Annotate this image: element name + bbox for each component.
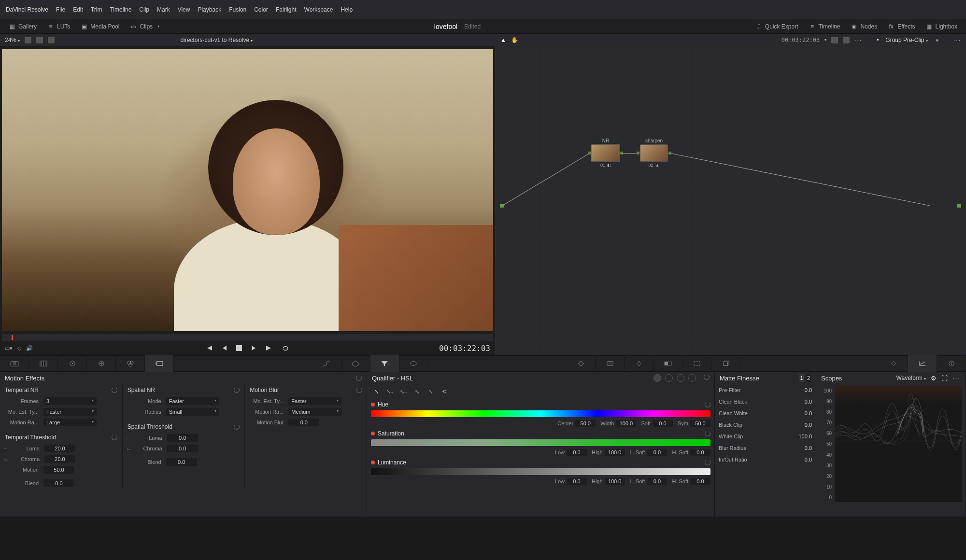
color-picker-icon[interactable] (831, 37, 838, 43)
playhead-icon[interactable] (12, 335, 13, 340)
timeline-selector[interactable]: directors-cut-v1 to Resolve ▾ (180, 37, 253, 43)
prev-frame-icon[interactable] (222, 345, 227, 351)
menu-help[interactable]: Help (341, 6, 353, 13)
link-icon[interactable]: ⌙ (127, 446, 133, 452)
mf-param-value[interactable]: 0.0 (805, 457, 812, 462)
palette-info[interactable] (937, 355, 966, 372)
reset-icon[interactable] (356, 375, 362, 381)
hue-gradient[interactable] (371, 410, 710, 417)
palette-window[interactable] (399, 355, 428, 372)
radius-dropdown[interactable]: Small (166, 408, 219, 416)
mf-param-value[interactable]: 0.0 (805, 399, 812, 405)
graph-output-icon[interactable] (957, 204, 961, 208)
reset-icon[interactable] (705, 402, 710, 407)
play-icon[interactable] (251, 345, 256, 351)
link-icon[interactable]: ⌐ (127, 435, 133, 441)
viewer-zoom[interactable]: 24% ▾ (5, 37, 20, 43)
luma-value[interactable]: 20.0 (44, 445, 75, 452)
luminance-gradient[interactable] (371, 468, 710, 475)
sat-lsoft[interactable]: 0.0 (647, 449, 667, 456)
expand-icon[interactable] (843, 37, 850, 43)
reset-icon[interactable] (705, 460, 710, 465)
palette-blur[interactable] (625, 355, 653, 372)
sat-low[interactable]: 0.0 (567, 449, 587, 456)
motion-value[interactable]: 50.0 (43, 466, 74, 474)
palette-hdr[interactable] (87, 355, 116, 372)
view-mode-icon[interactable] (36, 37, 43, 43)
menu-color[interactable]: Color (254, 6, 268, 13)
palette-scopes[interactable] (908, 355, 937, 372)
scrub-bar[interactable] (2, 334, 493, 341)
hue-sym[interactable]: 50.0 (690, 420, 710, 427)
palette-curves[interactable] (313, 355, 341, 372)
qualifier-mode-3d-icon[interactable] (688, 374, 696, 382)
reset-icon[interactable] (704, 374, 710, 380)
media-pool-button[interactable]: ▣Media Pool (77, 21, 123, 32)
pointer-tool-icon[interactable]: ▲ (500, 37, 506, 43)
mode-dropdown[interactable]: Faster (166, 397, 219, 405)
sat-hsoft[interactable]: 0.0 (690, 449, 710, 456)
soft-add-icon[interactable]: ⤡ (412, 387, 421, 396)
node-mode-selector[interactable]: Group Pre-Clip ▾ (885, 37, 927, 43)
palette-magic-mask[interactable] (596, 355, 625, 372)
enable-dot-icon[interactable] (371, 432, 375, 435)
eyedropper-add-icon[interactable]: ⤡₊ (385, 387, 394, 396)
node-nr[interactable]: NR 01◐ (592, 138, 620, 168)
gallery-button[interactable]: ▦Gallery (5, 21, 41, 32)
nodes-button[interactable]: ◉Nodes (847, 21, 881, 32)
menu-playback[interactable]: Playback (198, 6, 221, 13)
qualifier-mode-hsl-icon[interactable] (653, 374, 661, 382)
mf-tab-2[interactable]: 2 (806, 374, 811, 382)
scope-mode-dropdown[interactable]: Waveform ▾ (896, 375, 926, 381)
graph-input-icon[interactable] (500, 204, 504, 208)
audio-icon[interactable]: 🔊 (26, 345, 33, 351)
saturation-gradient[interactable] (371, 439, 710, 446)
enable-dot-icon[interactable] (371, 461, 375, 464)
lum-low[interactable]: 0.0 (567, 478, 587, 485)
palette-color-wheels[interactable] (58, 355, 87, 372)
reset-icon[interactable] (356, 387, 362, 393)
lum-lsoft[interactable]: 0.0 (647, 478, 667, 485)
first-frame-icon[interactable] (205, 345, 213, 351)
invert-icon[interactable]: ⟲ (440, 387, 448, 396)
menu-fusion[interactable]: Fusion (229, 6, 246, 13)
last-frame-icon[interactable] (265, 345, 273, 351)
luts-button[interactable]: ≡LUTs (43, 21, 74, 32)
menu-mark[interactable]: Mark (157, 6, 170, 13)
menu-view[interactable]: View (178, 6, 190, 13)
palette-camera-raw[interactable] (0, 355, 29, 372)
reset-icon[interactable] (112, 387, 117, 393)
more-icon[interactable]: ··· (953, 37, 961, 43)
scope-expand-icon[interactable]: ⛶ (941, 375, 948, 382)
motion-range-dropdown[interactable]: Medium (288, 408, 341, 416)
mf-param-value[interactable]: 0.0 (805, 445, 812, 451)
menu-edit[interactable]: Edit (73, 6, 83, 13)
luma-value[interactable]: 0.0 (167, 434, 198, 442)
palette-keyframe[interactable] (879, 355, 908, 372)
enable-dot-icon[interactable] (371, 403, 375, 406)
palette-tracker[interactable] (567, 355, 596, 372)
qualifier-mode-rgb-icon[interactable] (665, 374, 673, 382)
menu-file[interactable]: File (56, 6, 65, 13)
palette-color-warper[interactable] (341, 355, 370, 372)
soft-sub-icon[interactable]: ⤡ (426, 387, 435, 396)
sat-high[interactable]: 100.0 (605, 449, 625, 456)
eyedropper-icon[interactable]: ⤡ (372, 387, 381, 396)
palette-sizing[interactable] (682, 355, 711, 372)
mo-est-dropdown[interactable]: Faster (288, 397, 341, 405)
chroma-value[interactable]: 20.0 (44, 455, 75, 463)
more-icon[interactable]: ··· (854, 37, 862, 43)
mf-param-value[interactable]: 0.0 (805, 387, 812, 393)
menu-fairlight[interactable]: Fairlight (276, 6, 297, 13)
palette-motion-effects[interactable] (145, 355, 174, 372)
menu-workspace[interactable]: Workspace (304, 6, 333, 13)
unmix-icon[interactable]: ◇ (17, 345, 21, 351)
view-mode-icon[interactable] (48, 37, 55, 43)
more-icon[interactable]: ··· (952, 375, 961, 382)
node-graph[interactable]: NR 01◐ sharpen 02▲ (495, 46, 966, 355)
timeline-button[interactable]: ≡Timeline (805, 21, 844, 32)
palette-rgb-mixer[interactable] (116, 355, 145, 372)
viewer-image[interactable] (2, 49, 493, 331)
blend-value[interactable]: 0.0 (43, 479, 74, 487)
scope-settings-icon[interactable]: ⚙ (931, 375, 937, 382)
